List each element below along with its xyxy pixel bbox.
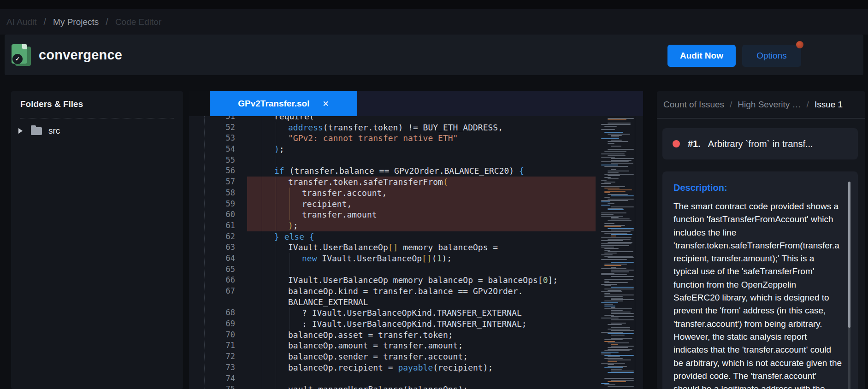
breadcrumb-item[interactable]: Code Editor (115, 17, 161, 27)
minimap-line (604, 197, 610, 198)
description-scrollbar-thumb[interactable] (848, 182, 850, 328)
code-token: ( (432, 253, 437, 263)
project-file-check-icon: ✓ (11, 44, 34, 68)
options-button[interactable]: Options (742, 45, 801, 67)
code-line[interactable]: 57transfer.token.safeTransferFrom( (189, 177, 596, 188)
code-line[interactable]: 65 (189, 264, 596, 275)
minimap-line (601, 216, 623, 217)
indent-guide (289, 253, 290, 264)
issue-card[interactable]: #1. Arbitrary `from` in transf... (662, 128, 858, 159)
indent-guide (262, 384, 262, 389)
minimap-line (601, 291, 622, 292)
code-line[interactable]: 60transfer.amount (189, 209, 596, 220)
code-token: ]; (548, 275, 558, 285)
code-token: } else { (274, 232, 314, 242)
line-number: 57 (189, 177, 247, 188)
minimap-line (601, 153, 625, 154)
code-line[interactable]: 53"GPv2: cannot transfer native ETH" (189, 133, 596, 144)
minimap-line (608, 364, 614, 365)
code-line[interactable]: 75vault.manageUserBalance(balanceOps); (189, 384, 596, 389)
minimap-line (608, 189, 632, 190)
code-line-wrap[interactable]: BALANCE_EXTERNAL (189, 297, 596, 308)
code-line[interactable]: 72balanceOp.sender = transfer.account; (189, 351, 596, 362)
description-line: 'transfer.token.safeTransferFrom(transfe… (673, 239, 847, 252)
indent-guide (289, 307, 290, 318)
tab-filename: GPv2Transfer.sol (238, 99, 309, 109)
minimap-line (601, 201, 610, 202)
code-line[interactable]: 51require( (189, 116, 596, 122)
editor-tab-bar: GPv2Transfer.sol ✕ (189, 91, 643, 116)
divider (657, 118, 865, 118)
code-token: ; (279, 144, 284, 154)
audit-now-button[interactable]: Audit Now (667, 45, 736, 67)
code-line[interactable]: 54); (189, 144, 596, 155)
minimap-line (604, 264, 627, 265)
breadcrumb-item[interactable]: Issue 1 (815, 100, 843, 110)
issue-number: #1. (688, 139, 701, 149)
minimap-line (611, 330, 634, 331)
minimap-line (608, 329, 630, 330)
code-line-content: "GPv2: cannot transfer native ETH" (247, 133, 596, 144)
indent-guide (276, 253, 276, 264)
description-line: function 'fastTransferFromAccount' which (673, 213, 847, 226)
code-line[interactable]: 68? IVault.UserBalanceOpKind.TRANSFER_EX… (189, 307, 596, 318)
tab-gpv2transfer-sol[interactable]: GPv2Transfer.sol ✕ (210, 91, 357, 116)
minimap-line (611, 346, 634, 347)
indent-guide (276, 286, 276, 297)
code-line[interactable]: 74 (189, 373, 596, 384)
editor-scrollbar[interactable] (635, 116, 635, 389)
code-line[interactable]: 52address(transfer.token) != BUY_ETH_ADD… (189, 122, 596, 133)
minimap-line (604, 350, 630, 351)
minimap-line (611, 160, 632, 161)
indent-guide (262, 253, 262, 264)
breadcrumb-item[interactable]: My Projects (53, 17, 99, 27)
code-line[interactable]: 64new IVault.UserBalanceOp[](1); (189, 253, 596, 264)
breadcrumb-item[interactable]: Count of Issues (663, 100, 724, 110)
code-token: balanceOp.kind = transfer.balance == GPv… (288, 286, 523, 296)
indent-guide (262, 307, 262, 318)
line-number: 64 (189, 253, 247, 264)
description-line: SafeERC20 library, which is designed to (673, 291, 847, 304)
code-line[interactable]: 58transfer.account, (189, 188, 596, 199)
minimap-line (608, 290, 621, 291)
indent-guide (289, 199, 290, 210)
minimap-line (604, 384, 615, 385)
indent-guide (276, 264, 276, 275)
code-line[interactable]: 59recipient, (189, 199, 596, 210)
minimap-line (608, 239, 631, 240)
tab-close-icon[interactable]: ✕ (323, 99, 329, 109)
code-line[interactable]: 70balanceOp.asset = transfer.token; (189, 330, 596, 341)
code-line[interactable]: 69: IVault.UserBalanceOpKind.TRANSFER_IN… (189, 318, 596, 330)
issues-breadcrumb: Count of Issues/High Severity …/Issue 1 (663, 100, 843, 110)
minimap-line (608, 194, 628, 195)
chevron-right-icon[interactable] (18, 128, 23, 134)
code-token: (transfer.balance == GPv2Order.BALANCE_E… (284, 166, 519, 176)
tree-item-src[interactable]: src (11, 122, 183, 140)
minimap-line (604, 188, 620, 189)
minimap-line (611, 271, 629, 272)
code-line[interactable]: 63IVault.UserBalanceOp[] memory balanceO… (189, 242, 596, 253)
code-line[interactable]: 61); (189, 220, 596, 231)
breadcrumb: AI Audit/My Projects/Code Editor (0, 9, 868, 35)
minimap-line (604, 306, 615, 306)
code-line-content: recipient, (247, 199, 596, 210)
minimap-line (611, 140, 622, 141)
code-line[interactable]: 67balanceOp.kind = transfer.balance == G… (189, 286, 596, 297)
code-line[interactable]: 62} else { (189, 231, 596, 242)
code-line[interactable]: 56if (transfer.balance == GPv2Order.BALA… (189, 165, 596, 177)
minimap-line (601, 138, 619, 139)
indent-guide (262, 188, 262, 199)
code-line[interactable]: 55 (189, 155, 596, 166)
code-line[interactable]: 66IVault.UserBalanceOp memory balanceOp … (189, 275, 596, 286)
breadcrumb-item[interactable]: AI Audit (6, 17, 37, 27)
description-line: be arbitrary, which is not accurate give… (673, 357, 847, 370)
code-line-content: balanceOp.recipient = payable(recipient)… (247, 362, 596, 373)
minimap[interactable] (599, 118, 635, 387)
code-area[interactable]: 51require(52address(transfer.token) != B… (189, 116, 596, 389)
code-line[interactable]: 71balanceOp.amount = transfer.amount; (189, 340, 596, 351)
description-scrollbar[interactable] (848, 182, 850, 389)
breadcrumb-item[interactable]: High Severity … (738, 100, 801, 110)
code-line[interactable]: 73balanceOp.recipient = payable(recipien… (189, 362, 596, 373)
code-line-content: transfer.amount (247, 209, 596, 220)
minimap-line (604, 256, 633, 257)
